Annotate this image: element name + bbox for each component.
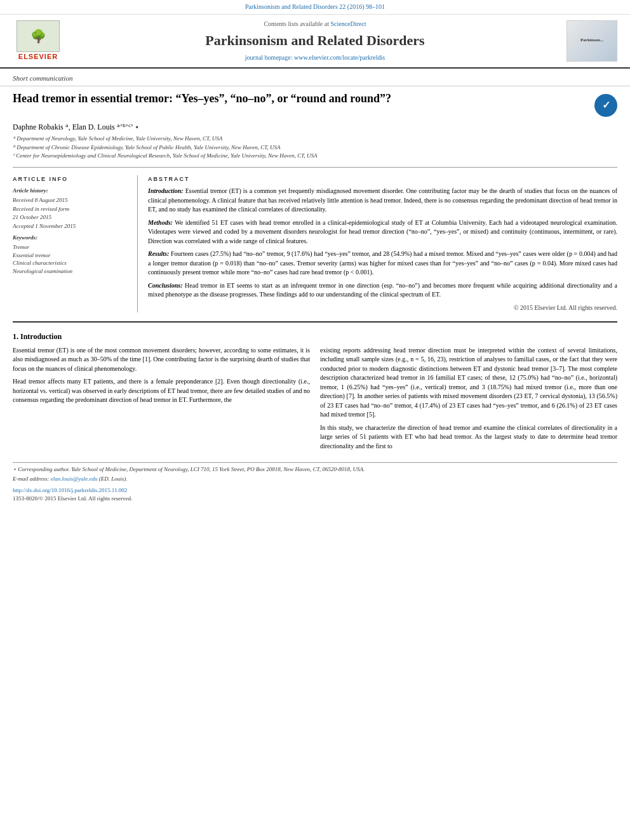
keyword-1: Tremor [13, 243, 127, 251]
abstract-heading: ABSTRACT [148, 175, 617, 183]
intro-right-para-2: In this study, we characterize the direc… [320, 423, 617, 451]
abstract-col: ABSTRACT Introduction: Essential tremor … [148, 175, 617, 312]
sciencedirect-link[interactable]: ScienceDirect [330, 20, 366, 27]
homepage-url[interactable]: www.elsevier.com/locate/parkreldis [294, 54, 385, 61]
article-title: Head tremor in essential tremor: “Yes–ye… [13, 91, 588, 106]
divider-1 [13, 167, 617, 168]
doi-url[interactable]: http://dx.doi.org/10.1016/j.parkreldis.2… [13, 486, 617, 495]
journal-cover-image [566, 20, 617, 62]
results-label: Results: [148, 250, 169, 257]
authors-section: Daphne Robakis ᵃ, Elan D. Louis ᵃ’ᵇ’ᶜ’ ⋆… [0, 119, 630, 163]
conclusions-label: Conclusions: [148, 282, 182, 289]
intro-para-2: Head tremor affects many ET patients, an… [13, 377, 310, 405]
abstract-conclusions: Conclusions: Head tremor in ET seems to … [148, 281, 617, 300]
results-text: Fourteen cases (27.5%) had “no–no” tremo… [148, 250, 617, 276]
keyword-4: Neurological examination [13, 267, 127, 276]
keyword-2: Essential tremor [13, 251, 127, 260]
elsevier-tree-logo: 🌳 [17, 20, 60, 52]
elsevier-logo-container: 🌳 ELSEVIER [13, 20, 64, 62]
email-suffix: (ED. Louis). [99, 476, 128, 482]
issn-text: 1353-8020/© 2015 Elsevier Ltd. All right… [13, 495, 617, 503]
journal-homepage-line: journal homepage: www.elsevier.com/locat… [70, 53, 560, 62]
conclusions-text: Head tremor in ET seems to start as an i… [148, 282, 617, 298]
footnote-email-line: E-mail address: elan.louis@yale.edu (ED.… [13, 475, 617, 483]
section-title-text: Introduction [20, 332, 62, 341]
info-abstract-section: ARTICLE INFO Article history: Received 8… [0, 171, 630, 316]
journal-header: 🌳 ELSEVIER Contents lists available at S… [0, 15, 630, 69]
main-body: 1. Introduction Essential tremor (ET) is… [0, 328, 630, 458]
affiliation-b: ᵇ Department of Chronic Disease Epidemio… [13, 143, 617, 152]
affiliation-a: ᵃ Department of Neurology, Yale School o… [13, 135, 617, 143]
divider-heavy [13, 321, 617, 323]
intro-para-1: Essential tremor (ET) is one of the most… [13, 346, 310, 374]
journal-title-header: Parkinsonism and Related Disorders [70, 31, 560, 51]
article-title-section: Head tremor in essential tremor: “Yes–ye… [0, 86, 630, 119]
vertical-divider [137, 175, 138, 312]
keywords-label: Keywords: [13, 234, 127, 242]
contents-line: Contents lists available at ScienceDirec… [70, 20, 560, 29]
article-info-heading: ARTICLE INFO [13, 175, 127, 183]
body-right-col: existing reports addressing head tremor … [320, 346, 617, 455]
copyright-line: © 2015 Elsevier Ltd. All rights reserved… [148, 303, 617, 312]
contents-text: Contents lists available at [264, 20, 328, 27]
email-address[interactable]: elan.louis@yale.edu [51, 476, 98, 482]
intro-label: Introduction: [148, 187, 184, 194]
history-label: Article history: [13, 187, 127, 195]
footnote-corresponding: ⋆ Corresponding author. Yale School of M… [13, 465, 617, 474]
received-date: Received 8 August 2015 [13, 196, 127, 204]
article-info-col: ARTICLE INFO Article history: Received 8… [13, 175, 127, 312]
intro-section-title: 1. Introduction [13, 331, 617, 342]
affiliation-c: ᶜ Center for Neuroepidemiology and Clini… [13, 152, 617, 160]
crossmark-circle: ✓ [594, 94, 617, 117]
doi-section: http://dx.doi.org/10.1016/j.parkreldis.2… [0, 484, 630, 505]
author-names: Daphne Robakis ᵃ, Elan D. Louis ᵃ’ᵇ’ᶜ’ ⋆ [13, 122, 617, 133]
intro-right-para-1: existing reports addressing head tremor … [320, 346, 617, 420]
methods-text: We identified 51 ET cases with head trem… [148, 219, 617, 244]
homepage-text: journal homepage: [245, 54, 293, 61]
keyword-3: Clinical characteristics [13, 259, 127, 267]
journal-reference: Parkinsonism and Related Disorders 22 (2… [245, 3, 385, 10]
intro-text: Essential tremor (ET) is a common yet fr… [148, 187, 617, 213]
abstract-results: Results: Fourteen cases (27.5%) had “no–… [148, 250, 617, 277]
body-left-col: Essential tremor (ET) is one of the most… [13, 346, 310, 455]
section-number: 1. [13, 332, 18, 341]
crossmark-badge[interactable]: ✓ [594, 94, 617, 117]
journal-info-center: Contents lists available at ScienceDirec… [70, 20, 560, 62]
abstract-intro: Introduction: Essential tremor (ET) is a… [148, 187, 617, 215]
revised-label: Received in revised form [13, 205, 127, 213]
revised-date: 21 October 2015 [13, 213, 127, 222]
accepted-date: Accepted 1 November 2015 [13, 222, 127, 230]
body-two-col: Essential tremor (ET) is one of the most… [13, 346, 617, 455]
article-type-label: Short communication [0, 69, 630, 86]
footnote-section: ⋆ Corresponding author. Yale School of M… [13, 462, 617, 483]
methods-label: Methods: [148, 219, 173, 226]
elsevier-wordmark: ELSEVIER [18, 52, 58, 62]
top-bar: Parkinsonism and Related Disorders 22 (2… [0, 0, 630, 15]
abstract-methods: Methods: We identified 51 ET cases with … [148, 218, 617, 246]
email-label: E-mail address: [13, 476, 49, 482]
